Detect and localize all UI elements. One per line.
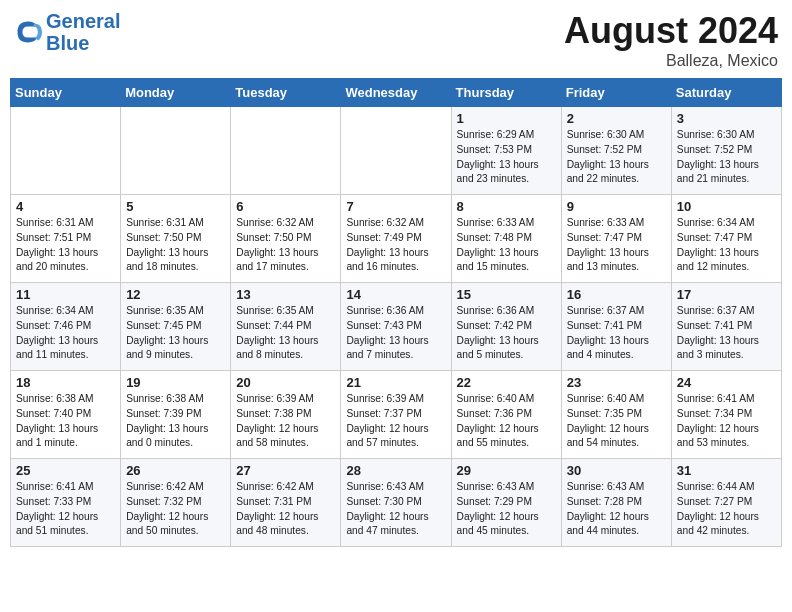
header-row: SundayMondayTuesdayWednesdayThursdayFrid… <box>11 79 782 107</box>
day-info: Sunrise: 6:40 AM Sunset: 7:35 PM Dayligh… <box>567 392 666 451</box>
calendar-cell: 3Sunrise: 6:30 AM Sunset: 7:52 PM Daylig… <box>671 107 781 195</box>
day-number: 6 <box>236 199 335 214</box>
day-number: 4 <box>16 199 115 214</box>
day-number: 19 <box>126 375 225 390</box>
day-info: Sunrise: 6:40 AM Sunset: 7:36 PM Dayligh… <box>457 392 556 451</box>
calendar-cell <box>231 107 341 195</box>
day-number: 27 <box>236 463 335 478</box>
calendar-cell: 12Sunrise: 6:35 AM Sunset: 7:45 PM Dayli… <box>121 283 231 371</box>
header-cell-saturday: Saturday <box>671 79 781 107</box>
calendar-cell: 26Sunrise: 6:42 AM Sunset: 7:32 PM Dayli… <box>121 459 231 547</box>
day-info: Sunrise: 6:43 AM Sunset: 7:28 PM Dayligh… <box>567 480 666 539</box>
day-info: Sunrise: 6:35 AM Sunset: 7:44 PM Dayligh… <box>236 304 335 363</box>
calendar-table: SundayMondayTuesdayWednesdayThursdayFrid… <box>10 78 782 547</box>
day-info: Sunrise: 6:39 AM Sunset: 7:37 PM Dayligh… <box>346 392 445 451</box>
day-info: Sunrise: 6:30 AM Sunset: 7:52 PM Dayligh… <box>677 128 776 187</box>
day-info: Sunrise: 6:33 AM Sunset: 7:47 PM Dayligh… <box>567 216 666 275</box>
day-number: 28 <box>346 463 445 478</box>
day-info: Sunrise: 6:38 AM Sunset: 7:40 PM Dayligh… <box>16 392 115 451</box>
day-number: 20 <box>236 375 335 390</box>
day-info: Sunrise: 6:43 AM Sunset: 7:29 PM Dayligh… <box>457 480 556 539</box>
header-cell-wednesday: Wednesday <box>341 79 451 107</box>
day-info: Sunrise: 6:42 AM Sunset: 7:32 PM Dayligh… <box>126 480 225 539</box>
logo-text: General Blue <box>46 10 120 54</box>
calendar-cell: 8Sunrise: 6:33 AM Sunset: 7:48 PM Daylig… <box>451 195 561 283</box>
calendar-cell: 27Sunrise: 6:42 AM Sunset: 7:31 PM Dayli… <box>231 459 341 547</box>
calendar-cell: 17Sunrise: 6:37 AM Sunset: 7:41 PM Dayli… <box>671 283 781 371</box>
calendar-cell: 14Sunrise: 6:36 AM Sunset: 7:43 PM Dayli… <box>341 283 451 371</box>
week-row-4: 18Sunrise: 6:38 AM Sunset: 7:40 PM Dayli… <box>11 371 782 459</box>
day-number: 17 <box>677 287 776 302</box>
day-info: Sunrise: 6:33 AM Sunset: 7:48 PM Dayligh… <box>457 216 556 275</box>
location-subtitle: Balleza, Mexico <box>564 52 778 70</box>
calendar-cell: 13Sunrise: 6:35 AM Sunset: 7:44 PM Dayli… <box>231 283 341 371</box>
day-number: 25 <box>16 463 115 478</box>
day-info: Sunrise: 6:42 AM Sunset: 7:31 PM Dayligh… <box>236 480 335 539</box>
day-info: Sunrise: 6:36 AM Sunset: 7:43 PM Dayligh… <box>346 304 445 363</box>
calendar-cell: 20Sunrise: 6:39 AM Sunset: 7:38 PM Dayli… <box>231 371 341 459</box>
day-info: Sunrise: 6:32 AM Sunset: 7:49 PM Dayligh… <box>346 216 445 275</box>
calendar-cell: 24Sunrise: 6:41 AM Sunset: 7:34 PM Dayli… <box>671 371 781 459</box>
calendar-cell: 19Sunrise: 6:38 AM Sunset: 7:39 PM Dayli… <box>121 371 231 459</box>
calendar-cell: 6Sunrise: 6:32 AM Sunset: 7:50 PM Daylig… <box>231 195 341 283</box>
day-number: 31 <box>677 463 776 478</box>
calendar-cell: 1Sunrise: 6:29 AM Sunset: 7:53 PM Daylig… <box>451 107 561 195</box>
calendar-cell: 23Sunrise: 6:40 AM Sunset: 7:35 PM Dayli… <box>561 371 671 459</box>
calendar-header: SundayMondayTuesdayWednesdayThursdayFrid… <box>11 79 782 107</box>
day-number: 24 <box>677 375 776 390</box>
day-number: 9 <box>567 199 666 214</box>
calendar-cell: 9Sunrise: 6:33 AM Sunset: 7:47 PM Daylig… <box>561 195 671 283</box>
calendar-cell: 31Sunrise: 6:44 AM Sunset: 7:27 PM Dayli… <box>671 459 781 547</box>
day-number: 26 <box>126 463 225 478</box>
day-number: 1 <box>457 111 556 126</box>
month-year-title: August 2024 <box>564 10 778 52</box>
day-info: Sunrise: 6:30 AM Sunset: 7:52 PM Dayligh… <box>567 128 666 187</box>
calendar-cell: 10Sunrise: 6:34 AM Sunset: 7:47 PM Dayli… <box>671 195 781 283</box>
week-row-3: 11Sunrise: 6:34 AM Sunset: 7:46 PM Dayli… <box>11 283 782 371</box>
calendar-cell <box>11 107 121 195</box>
day-number: 7 <box>346 199 445 214</box>
day-number: 15 <box>457 287 556 302</box>
day-number: 21 <box>346 375 445 390</box>
calendar-cell: 15Sunrise: 6:36 AM Sunset: 7:42 PM Dayli… <box>451 283 561 371</box>
day-info: Sunrise: 6:34 AM Sunset: 7:46 PM Dayligh… <box>16 304 115 363</box>
calendar-cell: 16Sunrise: 6:37 AM Sunset: 7:41 PM Dayli… <box>561 283 671 371</box>
day-info: Sunrise: 6:32 AM Sunset: 7:50 PM Dayligh… <box>236 216 335 275</box>
day-number: 8 <box>457 199 556 214</box>
calendar-cell: 29Sunrise: 6:43 AM Sunset: 7:29 PM Dayli… <box>451 459 561 547</box>
header-cell-thursday: Thursday <box>451 79 561 107</box>
title-block: August 2024 Balleza, Mexico <box>564 10 778 70</box>
day-info: Sunrise: 6:39 AM Sunset: 7:38 PM Dayligh… <box>236 392 335 451</box>
day-number: 12 <box>126 287 225 302</box>
logo: General Blue <box>14 10 120 54</box>
day-info: Sunrise: 6:41 AM Sunset: 7:34 PM Dayligh… <box>677 392 776 451</box>
day-number: 10 <box>677 199 776 214</box>
calendar-cell: 21Sunrise: 6:39 AM Sunset: 7:37 PM Dayli… <box>341 371 451 459</box>
week-row-5: 25Sunrise: 6:41 AM Sunset: 7:33 PM Dayli… <box>11 459 782 547</box>
day-number: 5 <box>126 199 225 214</box>
calendar-cell: 4Sunrise: 6:31 AM Sunset: 7:51 PM Daylig… <box>11 195 121 283</box>
header-cell-sunday: Sunday <box>11 79 121 107</box>
day-info: Sunrise: 6:34 AM Sunset: 7:47 PM Dayligh… <box>677 216 776 275</box>
day-info: Sunrise: 6:37 AM Sunset: 7:41 PM Dayligh… <box>677 304 776 363</box>
page-header: General Blue August 2024 Balleza, Mexico <box>10 10 782 70</box>
calendar-cell: 25Sunrise: 6:41 AM Sunset: 7:33 PM Dayli… <box>11 459 121 547</box>
calendar-cell: 30Sunrise: 6:43 AM Sunset: 7:28 PM Dayli… <box>561 459 671 547</box>
header-cell-tuesday: Tuesday <box>231 79 341 107</box>
week-row-1: 1Sunrise: 6:29 AM Sunset: 7:53 PM Daylig… <box>11 107 782 195</box>
day-info: Sunrise: 6:38 AM Sunset: 7:39 PM Dayligh… <box>126 392 225 451</box>
day-number: 22 <box>457 375 556 390</box>
day-number: 16 <box>567 287 666 302</box>
day-info: Sunrise: 6:41 AM Sunset: 7:33 PM Dayligh… <box>16 480 115 539</box>
calendar-cell: 2Sunrise: 6:30 AM Sunset: 7:52 PM Daylig… <box>561 107 671 195</box>
calendar-cell: 28Sunrise: 6:43 AM Sunset: 7:30 PM Dayli… <box>341 459 451 547</box>
day-info: Sunrise: 6:44 AM Sunset: 7:27 PM Dayligh… <box>677 480 776 539</box>
day-info: Sunrise: 6:31 AM Sunset: 7:50 PM Dayligh… <box>126 216 225 275</box>
day-number: 2 <box>567 111 666 126</box>
day-number: 18 <box>16 375 115 390</box>
day-number: 30 <box>567 463 666 478</box>
day-info: Sunrise: 6:31 AM Sunset: 7:51 PM Dayligh… <box>16 216 115 275</box>
day-info: Sunrise: 6:29 AM Sunset: 7:53 PM Dayligh… <box>457 128 556 187</box>
day-info: Sunrise: 6:43 AM Sunset: 7:30 PM Dayligh… <box>346 480 445 539</box>
day-number: 11 <box>16 287 115 302</box>
